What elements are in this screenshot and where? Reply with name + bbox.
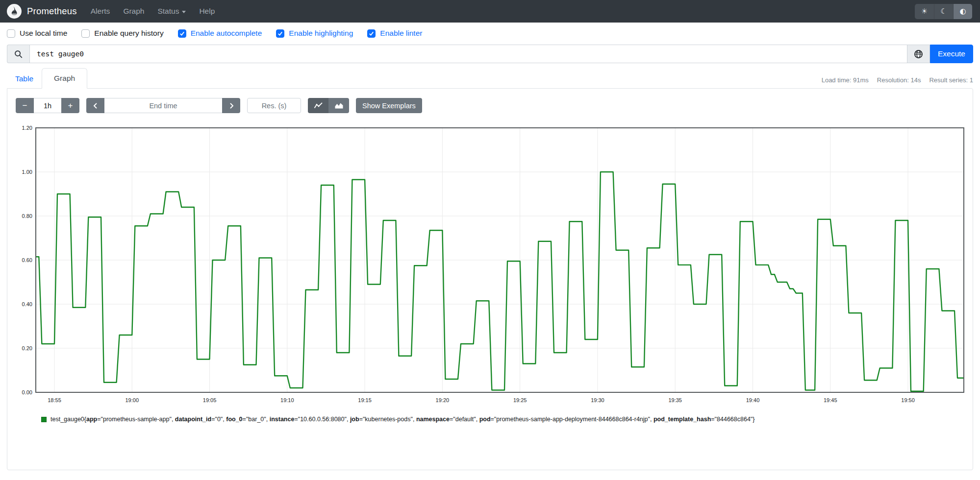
moon-icon: ☾: [940, 7, 947, 16]
range-input[interactable]: [34, 98, 61, 113]
x-tick-label: 19:45: [824, 397, 837, 403]
graph-panel: − +: [7, 88, 973, 470]
y-tick-label: 0.20: [22, 345, 32, 351]
result-series-stat: Result series: 1: [929, 76, 973, 84]
y-tick-label: 0.80: [22, 213, 32, 219]
end-time-input[interactable]: [104, 98, 222, 113]
range-control-group: − +: [16, 98, 79, 113]
y-tick-label: 1.20: [22, 125, 32, 131]
option-enable-highlighting[interactable]: Enable highlighting: [276, 29, 353, 38]
y-tick-label: 1.00: [22, 169, 32, 175]
flame-icon: [9, 6, 20, 17]
sun-icon: ☀: [921, 7, 928, 16]
nav-item-help[interactable]: Help: [199, 7, 215, 16]
tab-graph[interactable]: Graph: [42, 68, 87, 89]
query-stats: Load time: 91ms Resolution: 14s Result s…: [822, 76, 973, 88]
chevron-down-icon: [182, 11, 186, 13]
y-tick-label: 0.00: [22, 389, 32, 395]
end-time-control-group: [86, 98, 240, 113]
graph-controls: − +: [16, 98, 966, 113]
chart-type-toggle: [308, 98, 349, 113]
nav-item-status[interactable]: Status: [157, 7, 186, 16]
x-tick-label: 19:40: [746, 397, 760, 403]
result-tabs: Table Graph Load time: 91ms Resolution: …: [7, 68, 973, 88]
step-forward-button[interactable]: [222, 98, 240, 113]
option-use-local-time[interactable]: Use local time: [7, 29, 67, 38]
navbar: Prometheus Alerts Graph Status Help ☀ ☾ …: [0, 0, 980, 23]
line-chart-toggle-button[interactable]: [308, 98, 328, 113]
metrics-explorer-button[interactable]: [907, 45, 930, 63]
series-swatch: [41, 417, 47, 422]
tab-table[interactable]: Table: [7, 69, 42, 89]
load-time-stat: Load time: 91ms: [822, 76, 869, 84]
y-tick-label: 0.60: [22, 257, 32, 263]
check-icon: [369, 31, 374, 36]
checkbox-enable-highlighting[interactable]: [276, 29, 284, 38]
execute-button[interactable]: Execute: [930, 45, 973, 63]
chevron-left-icon: [92, 102, 99, 109]
checkbox-enable-autocomplete[interactable]: [178, 29, 186, 38]
light-theme-button[interactable]: ☀: [915, 4, 934, 19]
decrease-range-button[interactable]: −: [16, 98, 34, 113]
dark-theme-button[interactable]: ☾: [934, 4, 953, 19]
globe-icon: [914, 49, 923, 59]
step-back-button[interactable]: [86, 98, 104, 113]
series-label[interactable]: test_gauge0{app="prometheus-sample-app",…: [50, 416, 754, 423]
y-tick-label: 0.40: [22, 301, 32, 307]
query-bar: Execute: [7, 45, 973, 63]
app-title: Prometheus: [27, 6, 77, 17]
x-tick-label: 19:35: [668, 397, 682, 403]
x-tick-label: 18:55: [48, 397, 61, 403]
x-tick-label: 19:30: [591, 397, 604, 403]
check-icon: [277, 31, 283, 36]
theme-toggle-group: ☀ ☾ ◐: [915, 4, 972, 19]
chart-legend: test_gauge0{app="prometheus-sample-app",…: [41, 416, 966, 423]
time-series-chart[interactable]: 0.000.200.400.600.801.001.2018:5519:0019…: [14, 124, 966, 409]
x-tick-label: 19:05: [203, 397, 217, 403]
checkbox-enable-query-history[interactable]: [81, 29, 90, 38]
show-exemplars-button[interactable]: Show Exemplars: [356, 98, 422, 113]
option-enable-query-history[interactable]: Enable query history: [81, 29, 163, 38]
resolution-stat: Resolution: 14s: [877, 76, 921, 84]
chevron-right-icon: [228, 102, 235, 109]
prometheus-logo-icon: [7, 4, 22, 19]
resolution-input[interactable]: [247, 98, 301, 113]
series-line: [36, 172, 964, 391]
x-tick-label: 19:50: [901, 397, 915, 403]
options-row: Use local time Enable query history Enab…: [0, 23, 980, 44]
auto-contrast-icon: ◐: [959, 7, 966, 16]
search-icon: [14, 50, 23, 58]
query-expression-input[interactable]: [29, 45, 907, 63]
x-tick-label: 19:00: [125, 397, 139, 403]
stacked-chart-toggle-button[interactable]: [328, 98, 349, 113]
x-tick-label: 19:25: [513, 397, 527, 403]
stacked-area-icon: [334, 102, 344, 109]
option-enable-autocomplete[interactable]: Enable autocomplete: [178, 29, 262, 38]
auto-theme-button[interactable]: ◐: [953, 4, 972, 19]
checkbox-enable-linter[interactable]: [367, 29, 376, 38]
search-addon: [7, 45, 29, 63]
line-chart-icon: [314, 102, 323, 109]
nav-item-alerts[interactable]: Alerts: [91, 7, 110, 16]
nav-item-graph[interactable]: Graph: [123, 7, 144, 16]
x-tick-label: 19:15: [358, 397, 372, 403]
check-icon: [179, 31, 185, 36]
option-enable-linter[interactable]: Enable linter: [367, 29, 422, 38]
x-tick-label: 19:10: [280, 397, 294, 403]
x-tick-label: 19:20: [436, 397, 450, 403]
checkbox-use-local-time[interactable]: [7, 29, 15, 38]
increase-range-button[interactable]: +: [61, 98, 79, 113]
